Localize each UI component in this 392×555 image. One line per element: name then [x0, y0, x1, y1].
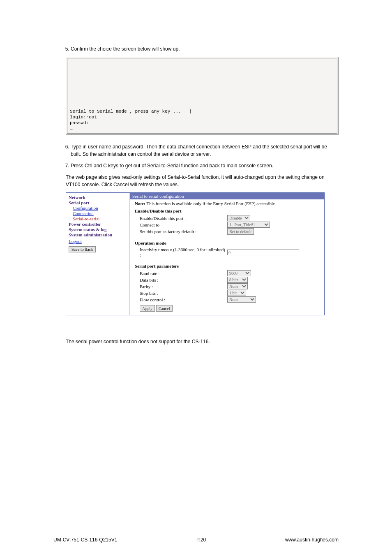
factory-label: Set this port as factory default :	[135, 229, 227, 234]
sidebar-systemadmin[interactable]: System administration	[69, 232, 127, 237]
baud-label: Baud rate :	[135, 271, 227, 276]
content-title: Serial to serial configuration	[130, 193, 324, 199]
sidebar-systemstatus[interactable]: System status & log	[69, 227, 127, 232]
connect-label: Connect to	[135, 222, 227, 227]
flow-label: Flow control :	[135, 297, 227, 302]
enable-label: Enable/Disable this port :	[135, 216, 227, 221]
section-enable-disable: Enable/Disable this port	[135, 208, 321, 213]
inactivity-input[interactable]	[227, 250, 299, 255]
connect-select[interactable]: 1 . Port_Title#1	[227, 222, 270, 228]
terminal-line1: Serial to Serial mode , press any key ..…	[70, 109, 192, 114]
sidebar: Network Serial port Configuration Connec…	[66, 193, 130, 315]
data-label: Data bits :	[135, 278, 227, 282]
enable-select[interactable]: Disable	[227, 215, 250, 221]
content-panel: Serial to serial configuration Note: Thi…	[130, 193, 324, 315]
page-footer: UM-CV-751-CS-116-Q215V1 P.20 www.austin-…	[53, 537, 339, 543]
parity-select[interactable]: None	[227, 283, 248, 289]
sidebar-connection[interactable]: Connection	[73, 211, 127, 216]
step-7: Press Ctrl and C keys to get out of Seri…	[71, 162, 339, 169]
footer-center: P.20	[196, 537, 206, 543]
footer-note: The serial power control function does n…	[66, 338, 339, 345]
sidebar-serialtoserial[interactable]: Serial-to-serial	[73, 216, 127, 221]
sidebar-network[interactable]: Network	[69, 195, 127, 200]
footer-right: www.austin-hughes.com	[285, 537, 339, 543]
sidebar-powercontroller[interactable]: Power controller	[69, 222, 127, 227]
terminal-line2: login:root	[70, 115, 97, 120]
web-ui-screenshot: Network Serial port Configuration Connec…	[66, 192, 325, 315]
terminal-line3: passwd:	[70, 120, 89, 125]
apply-button[interactable]: Apply	[140, 305, 155, 312]
footer-left: UM-CV-751-CS-116-Q215V1	[53, 537, 117, 543]
set-default-button[interactable]: Set to default	[227, 228, 254, 235]
sidebar-configuration[interactable]: Configuration	[73, 206, 127, 210]
sidebar-logout[interactable]: Logout	[69, 239, 127, 244]
terminal-text: Serial to Serial mode , press any key ..…	[70, 109, 192, 132]
save-to-flash-button[interactable]: Save to flash	[69, 246, 96, 252]
data-select[interactable]: 8 bits	[227, 277, 248, 283]
sidebar-serialport[interactable]: Serial port	[69, 200, 127, 205]
inactivity-label: Inactivity timeout (1-3600 sec, 0 for un…	[135, 247, 227, 258]
stop-label: Stop bits :	[135, 291, 227, 296]
cancel-button[interactable]: Cancel	[156, 305, 173, 312]
parity-label: Parity :	[135, 284, 227, 289]
web-note-paragraph: The web page also gives read-only settin…	[66, 173, 339, 188]
content-note: Note: This function is available only if…	[135, 201, 321, 206]
terminal-line4: _	[70, 126, 73, 131]
step-5: Confirm the choice the screen below will…	[71, 45, 339, 53]
step-6: Type in user name and password. Then the…	[71, 143, 339, 158]
baud-select[interactable]: 9600	[227, 270, 251, 276]
stop-select[interactable]: 1 bit	[227, 290, 246, 296]
section-operation-mode: Operation mode	[135, 240, 321, 245]
section-serial-params: Serial port parameters	[135, 264, 321, 268]
terminal-screenshot: Serial to Serial mode , press any key ..…	[66, 57, 339, 135]
flow-select[interactable]: None	[227, 296, 256, 303]
